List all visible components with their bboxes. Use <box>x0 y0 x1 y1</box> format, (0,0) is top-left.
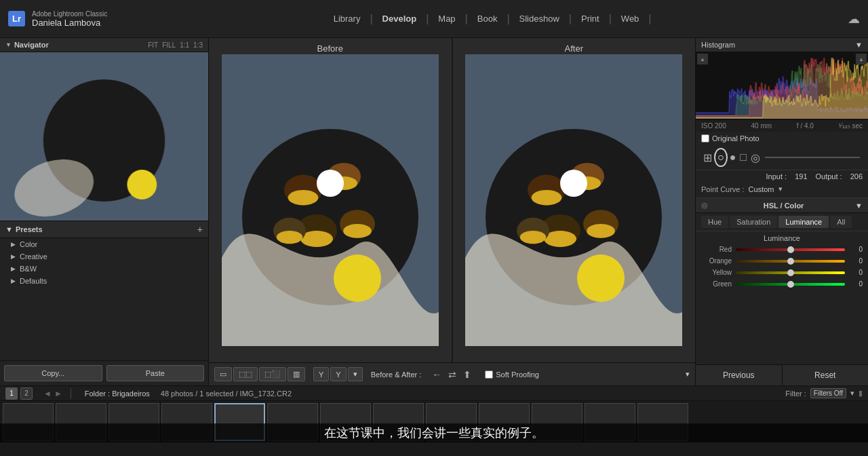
sliders-area: Red 0 Orange 0 Yellow <box>696 244 868 290</box>
highlight-clipping-icon[interactable]: ▲ <box>856 54 867 64</box>
presets-collapse-icon[interactable]: ▼ <box>5 225 13 233</box>
navigator-title: Navigator <box>14 41 148 49</box>
all-tab[interactable]: All <box>830 216 852 228</box>
fill-button[interactable]: FILL <box>162 41 176 49</box>
nav-book[interactable]: Book <box>468 10 507 28</box>
single-view-button[interactable]: ▭ <box>214 367 232 381</box>
red-slider-track <box>736 248 845 251</box>
filter-dropdown-icon[interactable]: ▾ <box>850 389 854 398</box>
saturation-tab[interactable]: Saturation <box>730 216 777 228</box>
dot-circle-icon[interactable]: ● <box>728 149 738 166</box>
preset-creative[interactable]: ▶ Creative <box>0 250 208 263</box>
nav-web[interactable]: Web <box>612 10 649 28</box>
curve-info: Input : 191 Output : 206 <box>696 170 868 183</box>
green-value: 0 <box>849 280 863 288</box>
left-panel: ▼ Navigator FIT FILL 1:1 1:3 ▼ Presets + <box>0 38 209 385</box>
preset-creative-label: Creative <box>20 252 47 261</box>
nav-library[interactable]: Library <box>324 10 370 28</box>
filter-value[interactable]: Filters Off <box>810 388 846 398</box>
hsl-collapse-icon[interactable]: ▼ <box>855 202 863 210</box>
preset-list: ▶ Color ▶ Creative ▶ B&W ▶ Defaults <box>0 238 208 287</box>
swap-right-button[interactable]: ⇄ <box>446 368 459 381</box>
red-slider-thumb[interactable] <box>787 246 794 253</box>
main-nav: Library | Develop | Map | Book | Slidesh… <box>127 10 848 28</box>
preset-defaults[interactable]: ▶ Defaults <box>0 275 208 287</box>
preset-bw[interactable]: ▶ B&W <box>0 263 208 275</box>
yellow-slider-thumb[interactable] <box>787 269 794 276</box>
previous-button[interactable]: Previous <box>696 365 783 385</box>
soft-proofing-checkbox[interactable] <box>485 370 493 379</box>
preset-color[interactable]: ▶ Color <box>0 238 208 250</box>
histogram-collapse-icon[interactable]: ▼ <box>855 41 863 49</box>
nav-map[interactable]: Map <box>429 10 465 28</box>
app-info: Adobe Lightroom Classic Daniela Lambova <box>32 10 107 28</box>
output-label: Output : <box>816 172 842 180</box>
tool-icons-row: ⊞ ○ ● □ ◎ <box>696 145 868 170</box>
prev-page-arrow[interactable]: ◄ <box>43 389 52 398</box>
presets-add-button[interactable]: + <box>197 224 203 235</box>
green-slider-track <box>736 283 845 286</box>
orange-label: Orange <box>701 257 732 265</box>
one-one-button[interactable]: 1:1 <box>180 41 189 49</box>
cloud-icon[interactable]: ☁ <box>848 12 860 26</box>
input-value: 191 <box>795 172 807 180</box>
preset-triangle-icon: ▶ <box>11 278 16 284</box>
yy-group: Y Y ▾ <box>313 367 363 381</box>
right-panel: Histogram ▼ ▲ ▲ ISO 200 40 mm f / 4.0 ¹⁄… <box>695 38 868 385</box>
luminance-tab[interactable]: Luminance <box>778 216 829 228</box>
navigator-collapse-icon[interactable]: ▼ <box>5 41 12 48</box>
hsl-target-icon[interactable]: ◎ <box>701 201 709 210</box>
before-after-lr-button[interactable]: ⬚⬚ <box>233 367 258 381</box>
original-photo-checkbox[interactable] <box>701 134 709 142</box>
prev-reset-row: Previous Reset <box>696 364 868 385</box>
navigator-header: ▼ Navigator FIT FILL 1:1 1:3 <box>0 38 208 52</box>
page-1-button[interactable]: 1 <box>5 387 18 400</box>
original-photo-row: Original Photo <box>696 132 868 145</box>
square-tool-icon[interactable]: □ <box>738 149 749 166</box>
circle-tool-icon[interactable]: ○ <box>714 148 728 167</box>
yy-button1[interactable]: Y <box>313 367 329 381</box>
swap-group: ← ⇄ ⬆ <box>429 368 474 381</box>
original-photo-label: Original Photo <box>712 134 760 142</box>
copy-settings-button[interactable]: ⬆ <box>460 368 474 381</box>
hue-tab[interactable]: Hue <box>701 216 728 228</box>
yy-dropdown[interactable]: ▾ <box>348 367 363 381</box>
preset-color-label: Color <box>20 240 37 248</box>
shutter-label: ¹⁄₁₂₅ sec <box>839 122 863 130</box>
paste-button[interactable]: Paste <box>106 365 205 381</box>
navigator-image <box>0 52 208 221</box>
yy-button2[interactable]: Y <box>330 367 346 381</box>
soft-proofing-label: Soft Proofing <box>496 370 539 379</box>
yellow-value: 0 <box>849 269 863 276</box>
point-curve-value: Custom <box>749 185 774 193</box>
histogram-info: ISO 200 40 mm f / 4.0 ¹⁄₁₂₅ sec <box>696 120 868 132</box>
yellow-label: Yellow <box>701 269 732 276</box>
orange-slider-thumb[interactable] <box>787 258 794 265</box>
fit-button[interactable]: FIT <box>148 41 158 49</box>
green-slider-thumb[interactable] <box>787 281 794 288</box>
green-slider-row: Green 0 <box>696 278 868 290</box>
histogram-area: ▲ ▲ <box>696 52 868 120</box>
nav-slideshow[interactable]: Slideshow <box>510 10 569 28</box>
hsl-title: HSL / Color <box>764 202 804 210</box>
nav-develop[interactable]: Develop <box>373 10 427 28</box>
collapse-panel-icon[interactable]: ▮ <box>859 389 863 398</box>
toolbar-dropdown-icon[interactable]: ▾ <box>686 370 690 379</box>
ring-tool-icon[interactable]: ◎ <box>749 149 762 166</box>
filter-area: Filter : Filters Off ▾ ▮ <box>785 388 863 398</box>
navigator-controls: FIT FILL 1:1 1:3 <box>148 41 203 49</box>
grid-tool-icon[interactable]: ⊞ <box>701 149 714 166</box>
reset-button[interactable]: Reset <box>783 365 869 385</box>
next-page-arrow[interactable]: ► <box>54 389 62 398</box>
point-curve-row: Point Curve : Custom ▾ <box>696 183 868 197</box>
point-curve-dropdown-icon[interactable]: ▾ <box>778 185 783 193</box>
shadow-clipping-icon[interactable]: ▲ <box>697 54 708 64</box>
page-2-button[interactable]: 2 <box>20 387 33 400</box>
copy-button[interactable]: Copy... <box>4 365 102 381</box>
before-after-tb-button[interactable]: ⬚⬛ <box>259 367 286 381</box>
nav-print[interactable]: Print <box>572 10 609 28</box>
one-three-button[interactable]: 1:3 <box>193 41 203 49</box>
swap-left-button[interactable]: ← <box>429 368 444 381</box>
tool-slider[interactable] <box>765 157 860 158</box>
split-button[interactable]: ▥ <box>288 367 305 381</box>
